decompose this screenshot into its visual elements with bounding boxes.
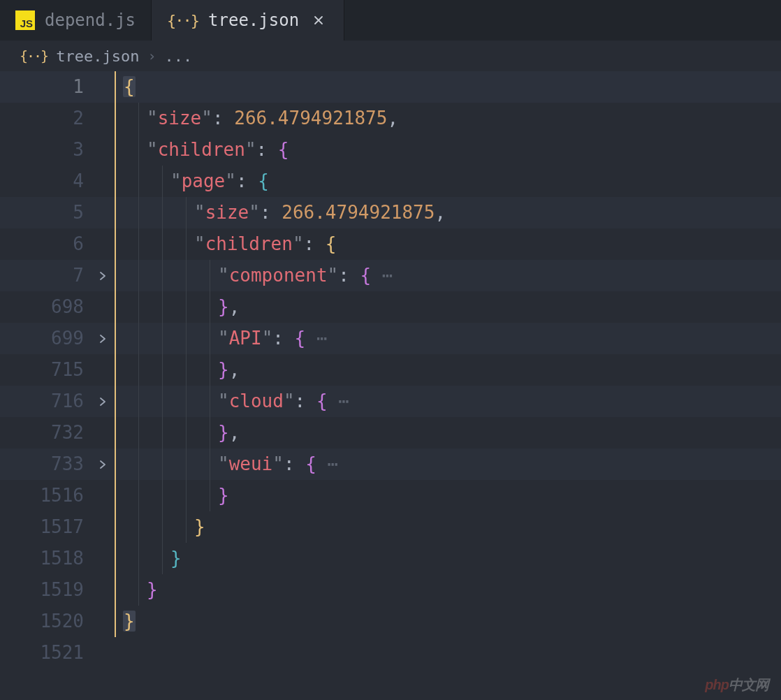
code-content[interactable]: "API": { ⋯ [115, 323, 781, 354]
tab-bar: JS depend.js {··} tree.json [0, 0, 781, 41]
code-line[interactable]: 1520} [0, 606, 781, 637]
line-number: 2 [0, 103, 91, 134]
code-line[interactable]: 1{ [0, 71, 781, 103]
line-number: 699 [0, 323, 91, 354]
line-number: 716 [0, 386, 91, 417]
line-number: 6 [0, 228, 91, 260]
close-icon[interactable] [309, 10, 328, 30]
line-number: 5 [0, 197, 91, 228]
code-line[interactable]: 1519} [0, 574, 781, 606]
tab-label: depend.js [45, 10, 136, 30]
tab-depend-js[interactable]: JS depend.js [0, 0, 152, 41]
code-line[interactable]: 715}, [0, 354, 781, 386]
code-content[interactable] [115, 637, 781, 669]
code-content[interactable]: "cloud": { ⋯ [115, 386, 781, 417]
code-content[interactable]: "size": 266.4794921875, [115, 197, 781, 228]
tab-label: tree.json [208, 10, 299, 30]
code-content[interactable]: } [115, 574, 781, 606]
code-content[interactable]: } [115, 543, 781, 574]
fold-toggle[interactable] [91, 272, 115, 280]
code-line[interactable]: 1516} [0, 480, 781, 511]
code-line[interactable]: 1518} [0, 543, 781, 574]
line-number: 1 [0, 71, 91, 103]
json-icon: {··} [167, 12, 198, 29]
code-line[interactable]: 698}, [0, 291, 781, 323]
code-line[interactable]: 1517} [0, 511, 781, 543]
breadcrumb[interactable]: {··} tree.json › ... [0, 41, 781, 71]
line-number: 7 [0, 260, 91, 291]
line-number: 3 [0, 134, 91, 166]
fold-toggle[interactable] [91, 335, 115, 343]
line-number: 1521 [0, 637, 91, 669]
code-line[interactable]: 1521 [0, 637, 781, 669]
code-line[interactable]: 5"size": 266.4794921875, [0, 197, 781, 228]
code-line[interactable]: 4"page": { [0, 166, 781, 197]
code-content[interactable]: } [115, 511, 781, 543]
line-number: 4 [0, 166, 91, 197]
code-line[interactable]: 3"children": { [0, 134, 781, 166]
tab-tree-json[interactable]: {··} tree.json [152, 0, 344, 41]
code-line[interactable]: 7"component": { ⋯ [0, 260, 781, 291]
line-number: 1518 [0, 543, 91, 574]
line-number: 732 [0, 417, 91, 449]
breadcrumb-file: tree.json [56, 48, 139, 65]
code-content[interactable]: "component": { ⋯ [115, 260, 781, 291]
line-number: 698 [0, 291, 91, 323]
line-number: 733 [0, 449, 91, 480]
code-content[interactable]: "children": { [115, 228, 781, 260]
code-content[interactable]: }, [115, 354, 781, 386]
code-line[interactable]: 716"cloud": { ⋯ [0, 386, 781, 417]
chevron-right-icon: › [147, 48, 156, 64]
code-line[interactable]: 6"children": { [0, 228, 781, 260]
code-content[interactable]: "size": 266.4794921875, [115, 103, 781, 134]
code-line[interactable]: 699"API": { ⋯ [0, 323, 781, 354]
code-line[interactable]: 2"size": 266.4794921875, [0, 103, 781, 134]
line-number: 1517 [0, 511, 91, 543]
code-line[interactable]: 733"weui": { ⋯ [0, 449, 781, 480]
code-content[interactable]: } [115, 480, 781, 511]
code-content[interactable]: "page": { [115, 166, 781, 197]
code-line[interactable]: 732}, [0, 417, 781, 449]
code-content[interactable]: "children": { [115, 134, 781, 166]
line-number: 1516 [0, 480, 91, 511]
json-icon: {··} [20, 48, 48, 64]
line-number: 1519 [0, 574, 91, 606]
line-number: 715 [0, 354, 91, 386]
line-number: 1520 [0, 606, 91, 637]
watermark: php中文网 [705, 676, 768, 694]
code-content[interactable]: { [115, 71, 781, 103]
fold-toggle[interactable] [91, 460, 115, 469]
code-content[interactable]: "weui": { ⋯ [115, 449, 781, 480]
fold-toggle[interactable] [91, 398, 115, 406]
code-content[interactable]: }, [115, 291, 781, 323]
code-content[interactable]: }, [115, 417, 781, 449]
code-editor[interactable]: 1{2"size": 266.4794921875,3"children": {… [0, 71, 781, 669]
breadcrumb-tail: ... [164, 48, 192, 65]
code-content[interactable]: } [115, 606, 781, 637]
js-icon: JS [15, 10, 35, 30]
